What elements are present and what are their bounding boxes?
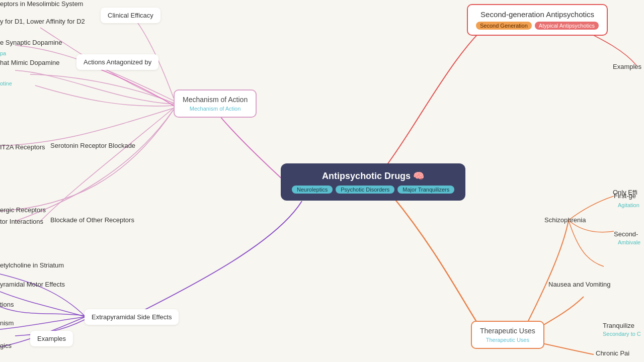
therapeutic-sublabel: Therapeutic Uses: [480, 337, 535, 343]
mechanism-node: Mechanism of Action Mechanism of Action: [174, 89, 257, 118]
agitation-node: Agitation: [618, 202, 639, 208]
therapeutic-label: Therapeutic Uses: [480, 327, 535, 335]
tag-atypical: Atypical Antipsychotics: [535, 22, 599, 30]
examples-right-node: Examples: [613, 63, 641, 70]
second-branch-node: Second-: [614, 230, 638, 238]
dopa-text: pa: [0, 50, 6, 56]
adrenergic-node: ergic Receptors: [0, 206, 46, 214]
only-effi-node: Only Effi: [613, 189, 637, 196]
otine-text: otine: [0, 80, 12, 86]
actions-antagonized-node: Actions Antagonized by: [76, 54, 158, 70]
tions-node: tions: [0, 301, 14, 308]
extrapyramidal-node: Extrapyramidal Side Effects: [85, 309, 179, 325]
serotonin-blockade-node: Serotonin Receptor Blockade: [50, 142, 135, 149]
blockade-other-node: Blockade of Other Receptors: [50, 216, 134, 224]
examples-left-node: Examples: [30, 331, 73, 346]
receptor-interactions-node: tor Interactions: [0, 218, 43, 225]
second-gen-node: Second-generation Antipsychotics Second …: [467, 4, 608, 36]
mesolimbic-text: eptors in Mesolimbic System: [0, 0, 83, 8]
ht2a-node: IT2A Receptors: [0, 143, 45, 151]
chronic-pain-node: Chronic Pai: [596, 349, 629, 357]
mechanism-sublabel: Mechanism of Action: [183, 106, 248, 112]
d1d2-text: y for D1, Lower Affinity for D2: [0, 18, 85, 25]
nism-node: nism: [0, 319, 14, 327]
synaptic-dopamine-text: e Synaptic Dopamine: [0, 39, 62, 46]
tranquilizer-node: Tranquilize: [603, 322, 634, 329]
secondary-to-node: Secondary to C: [603, 331, 641, 337]
nausea-node: Nausea and Vomiting: [548, 281, 611, 288]
mimic-dopamine-text: hat Mimic Dopamine: [0, 59, 60, 66]
mechanism-label: Mechanism of Action: [183, 96, 248, 104]
tag-second-gen: Second Generation: [476, 22, 532, 30]
schizophrenia-node: Schizophrenia: [544, 216, 586, 224]
gics-node: gics: [0, 342, 12, 349]
clinical-efficacy-node: Clinical Efficacy: [101, 8, 160, 23]
tag-tranquilizers: Major Tranquilizers: [397, 186, 454, 194]
second-gen-label: Second-generation Antipsychotics: [476, 10, 599, 19]
ambivalence-node: Ambivale: [618, 239, 640, 245]
pyramidal-motor-node: yramidal Motor Effects: [0, 281, 65, 288]
tag-neuroleptics: Neuroleptics: [292, 186, 333, 194]
therapeutic-node: Therapeutic Uses Therapeutic Uses: [471, 321, 544, 349]
tag-psychotic: Psychotic Disorders: [336, 186, 394, 194]
central-title: Antipsychotic Drugs 🧠: [292, 170, 454, 182]
central-node: Antipsychotic Drugs 🧠 Neuroleptics Psych…: [281, 163, 465, 201]
acetylcholine-node: etylcholine in Striatum: [0, 261, 64, 269]
